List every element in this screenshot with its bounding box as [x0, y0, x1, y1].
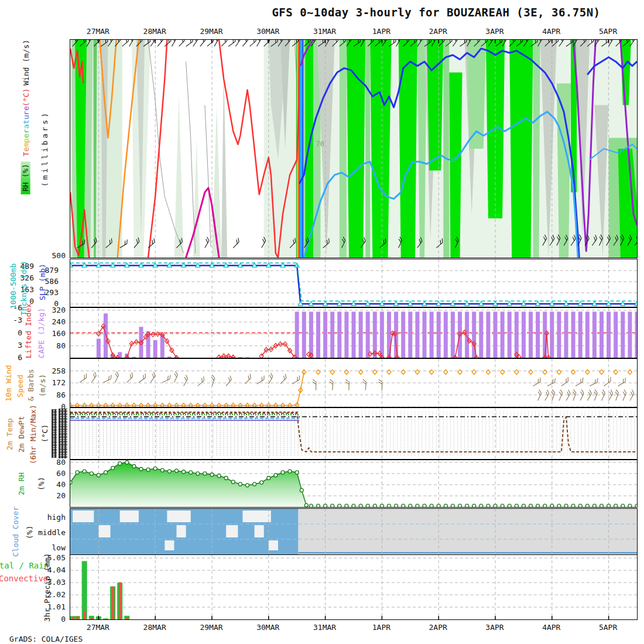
date-label-top: 30MAR — [249, 27, 287, 36]
axis-label--: (%) — [37, 472, 46, 495]
axis-label-lifted-index: Lifted Index — [25, 303, 33, 358]
date-label-bottom: 3APR — [476, 623, 513, 632]
date-label-top: 2APR — [419, 27, 457, 36]
axis-label-cloud-cover: Cloud Cover — [12, 507, 20, 556]
date-label-top: 4APR — [533, 27, 570, 36]
axis-label--barbs: & Barbs — [27, 364, 35, 406]
date-label-top: 1APR — [362, 27, 400, 36]
axis-label-wind-m-s-: Wind (m/s) — [22, 37, 30, 88]
axis-label-speed: Speed — [16, 368, 25, 404]
temp-axis-smear — [52, 409, 57, 458]
axis-label-rh-: RH (%) — [21, 162, 30, 194]
date-label-bottom: 2APR — [419, 623, 457, 632]
date-label-top: 5APR — [590, 27, 627, 36]
axis-label--m-s-: (m/s) — [39, 369, 47, 402]
axis-label-convective: Convective — [0, 574, 48, 583]
ytick-cape: 3 — [0, 341, 22, 350]
ytick-cloud: middle — [34, 529, 66, 537]
ytick-cape: 0 — [0, 329, 22, 337]
panel-wind — [70, 358, 638, 407]
date-label-bottom: 4APR — [533, 623, 570, 632]
date-label-bottom: 30MAR — [249, 623, 287, 632]
date-label-bottom: 28MAR — [136, 623, 173, 632]
svg-text:70: 70 — [316, 140, 324, 148]
date-label-top: 31MAR — [306, 27, 344, 36]
axis-label-10m-wind: 10m Wind — [5, 358, 13, 409]
date-label-bottom: 1APR — [362, 623, 400, 632]
panel-cloud — [70, 508, 638, 555]
date-label-top: 29MAR — [193, 27, 230, 36]
chart-title: GFS 0~10day 3-hourly for BOUZAREAH (3E, … — [228, 6, 644, 19]
date-label-bottom: 27MAR — [79, 623, 117, 632]
axis-label--6hr-min-max-: (6hr Min/Max) — [29, 405, 37, 464]
ytick-cloud: high — [34, 513, 66, 522]
ytick-wind: 0 — [34, 403, 66, 411]
panel-temp — [70, 407, 638, 460]
axis-label--: (%) — [26, 521, 34, 543]
date-label-bottom: 29MAR — [193, 623, 230, 632]
axis-label-total-rain: Total / Rain — [0, 561, 49, 570]
temp-axis-smear — [59, 409, 67, 458]
axis-label-cape-j-kg-: CAPE (J/kg) — [37, 306, 46, 361]
panel-cape — [70, 307, 638, 358]
axis-label-slp-mb-: SLP (mb) — [39, 259, 47, 306]
ytick-cloud: low — [34, 544, 66, 552]
axis-label-3hr-precip-mm-: 3hr Precip (mm) — [43, 553, 52, 622]
axis-label-2m-rh: 2m RH — [18, 463, 26, 505]
date-label-top: 27MAR — [79, 27, 117, 36]
panel-rh — [70, 460, 638, 508]
panel-slp — [70, 259, 638, 307]
gfs-meteogram: GFS 0~10day 3-hourly for BOUZAREAH (3E, … — [0, 0, 644, 644]
axis-label-1000-500mb: 1000-500mb — [9, 256, 18, 316]
date-label-top: 28MAR — [136, 27, 173, 36]
date-label-bottom: 5APR — [590, 623, 627, 632]
ytick-slp: 326 — [2, 274, 34, 282]
ytick-slp: 489 — [2, 262, 34, 270]
ytick-slp: 163 — [2, 286, 34, 294]
panel-precip — [70, 554, 638, 620]
axis-label--c-: (°C) — [22, 88, 30, 107]
ytick-rh: 80 — [34, 458, 66, 467]
axis-label-2m-dewpt: 2m DewPt — [18, 407, 26, 461]
date-label-bottom: 31MAR — [306, 623, 344, 632]
grads-credit: GrADS: COLA/IGES — [9, 635, 83, 643]
axis-label-2m-temp: 2m Temp — [6, 409, 14, 460]
axis-label--millibars-: (millibars) — [41, 107, 49, 190]
ytick-cape: -3 — [0, 316, 22, 324]
axis-label--c-: (°C) — [41, 420, 49, 446]
date-label-top: 3APR — [476, 27, 513, 36]
axis-label-temperature: Temperature — [22, 107, 30, 155]
panel-upper: 70 — [70, 39, 638, 258]
